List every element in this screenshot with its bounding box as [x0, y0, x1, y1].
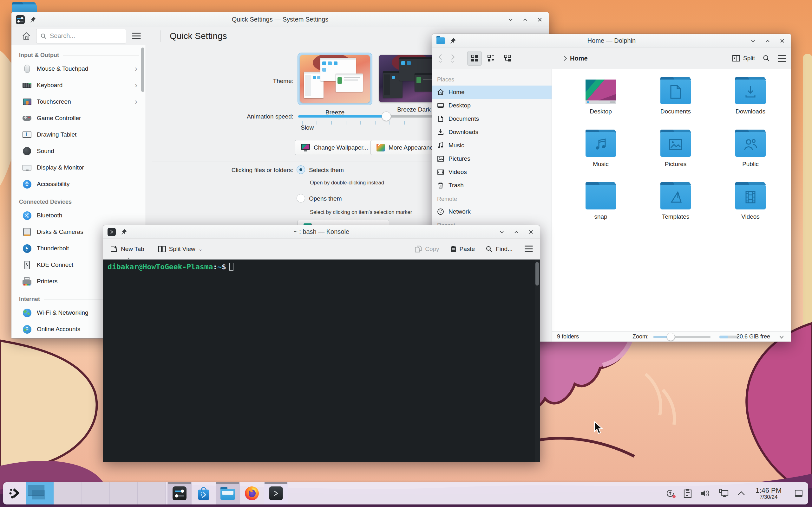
task-firefox[interactable]	[240, 482, 264, 504]
desktop-2-cell[interactable]	[54, 482, 82, 504]
selects-them-label[interactable]: Selects them	[309, 167, 344, 174]
change-wallpaper-button[interactable]: Change Wallpaper...	[295, 140, 374, 155]
desktop-5-cell[interactable]	[138, 482, 165, 504]
zoom-slider-handle[interactable]	[667, 333, 675, 341]
tree-view-button[interactable]	[500, 51, 515, 66]
places-item-documents[interactable]: Documents	[432, 112, 552, 125]
places-item-videos[interactable]: Videos	[432, 165, 552, 179]
task-dolphin[interactable]	[216, 482, 240, 504]
folder-item-desktop[interactable]: Desktop	[563, 77, 638, 130]
desktop-3-cell[interactable]	[82, 482, 110, 504]
places-item-music[interactable]: Music	[432, 139, 552, 152]
search-input[interactable]: Search...	[36, 29, 126, 43]
forward-button[interactable]	[449, 54, 456, 63]
places-item-trash[interactable]: Trash	[432, 179, 552, 192]
places-item-pictures[interactable]: Pictures	[432, 152, 552, 165]
volume-icon[interactable]	[700, 489, 711, 498]
hamburger-menu-button[interactable]	[778, 55, 786, 62]
task-konsole[interactable]	[264, 482, 288, 504]
new-tab-button[interactable]: New Tab ⌄	[110, 245, 144, 252]
updates-icon[interactable]	[665, 489, 675, 498]
sidebar-item-keyboard[interactable]: Keyboard›	[11, 77, 146, 94]
task-discover[interactable]	[192, 482, 216, 504]
folder-item-pictures[interactable]: Pictures	[638, 130, 713, 182]
app-launcher-button[interactable]	[9, 488, 20, 499]
system-settings-titlebar[interactable]: Quick Settings — System Settings	[11, 12, 549, 27]
search-icon	[486, 245, 493, 252]
folder-item-documents[interactable]: Documents	[638, 77, 713, 130]
display-icon	[22, 163, 32, 172]
sidebar-scrollbar[interactable]	[141, 48, 144, 92]
digital-clock[interactable]: 1:46 PM 7/30/24	[756, 487, 781, 500]
opens-them-label[interactable]: Opens them	[309, 195, 342, 202]
firefox-icon	[245, 487, 259, 500]
details-view-button[interactable]	[484, 51, 498, 66]
places-item-network[interactable]: Network	[432, 205, 552, 218]
search-placeholder: Search...	[50, 32, 75, 40]
sidebar-item-touchscreen[interactable]: Touchscreen›	[11, 94, 146, 110]
sidebar-item-display-monitor[interactable]: Display & Monitor	[11, 159, 146, 176]
folder-item-downloads[interactable]: Downloads	[713, 77, 788, 130]
disk-icon	[22, 227, 32, 237]
tray-expand-icon[interactable]	[737, 491, 745, 496]
hamburger-menu-button[interactable]	[525, 245, 533, 252]
back-button[interactable]	[437, 54, 444, 63]
theme-option-breeze[interactable]: Breeze	[298, 53, 372, 116]
sidebar-item-accessibility[interactable]: Accessibility	[11, 176, 146, 192]
paste-button[interactable]: Paste	[450, 245, 475, 252]
drawing-tablet-icon	[22, 130, 32, 139]
clipboard-icon[interactable]	[683, 489, 692, 498]
places-item-desktop[interactable]: Desktop	[432, 99, 552, 112]
desktop-4-cell[interactable]	[110, 482, 138, 504]
folder-icon	[735, 79, 766, 104]
opens-them-radio[interactable]	[297, 194, 305, 203]
desktop-1-cell[interactable]	[26, 482, 54, 504]
show-desktop-button[interactable]	[795, 490, 803, 497]
icons-view-button[interactable]	[467, 51, 482, 66]
places-item-downloads[interactable]: Downloads	[432, 125, 552, 139]
animation-slider-handle[interactable]	[382, 112, 391, 121]
new-tab-icon	[110, 245, 118, 252]
split-view-button[interactable]: Split View ⌄	[158, 245, 203, 252]
breadcrumb[interactable]: Home	[563, 55, 588, 62]
split-button[interactable]: Split	[732, 55, 755, 62]
terminal-scrollbar[interactable]	[535, 260, 540, 462]
keyboard-icon	[22, 80, 32, 90]
chevron-down-icon[interactable]	[779, 335, 784, 339]
folder-item-public[interactable]: Public	[713, 130, 788, 182]
home-button[interactable]	[21, 32, 31, 41]
sidebar-item-sound[interactable]: Sound	[11, 143, 146, 159]
konsole-titlebar[interactable]: ~ : bash — Konsole	[103, 225, 540, 239]
terminal[interactable]: dibakar@HowToGeek-Plasma:~$	[103, 260, 540, 462]
hamburger-menu-button[interactable]	[132, 33, 141, 39]
phone-icon	[22, 260, 32, 270]
folder-item-videos[interactable]: Videos	[713, 182, 788, 235]
dolphin-titlebar[interactable]: Home — Dolphin	[432, 34, 791, 48]
sidebar-item-game-controller[interactable]: Game Controller	[11, 110, 146, 126]
split-view-icon	[158, 246, 166, 252]
folder-item-snap[interactable]: snap	[563, 182, 638, 235]
free-space-bar	[719, 336, 738, 338]
selects-them-radio[interactable]	[297, 165, 305, 174]
folder-item-music[interactable]: Music	[563, 130, 638, 182]
mouse-cursor	[594, 421, 605, 435]
discover-icon	[197, 487, 210, 500]
virtual-desktop-pager[interactable]	[26, 482, 165, 504]
window-title: Home — Dolphin	[432, 37, 791, 44]
folder-view[interactable]: Desktop Documents Downloads	[552, 69, 791, 331]
sidebar-item-drawing-tablet[interactable]: Drawing Tablet	[11, 126, 146, 143]
sidebar-item-mouse-touchpad[interactable]: Mouse & Touchpad›	[11, 60, 146, 77]
dolphin-statusbar: 9 folders Zoom: 20.6 GiB free	[552, 331, 791, 342]
theme-label: Theme:	[186, 78, 293, 84]
places-item-home[interactable]: Home	[432, 86, 552, 99]
sidebar-item-bluetooth[interactable]: Bluetooth	[11, 207, 146, 224]
wallpaper-icon	[301, 144, 310, 152]
task-system-settings[interactable]	[167, 482, 192, 504]
desktop-icon	[437, 102, 444, 109]
network-icon[interactable]	[719, 489, 729, 498]
search-icon[interactable]	[763, 55, 770, 62]
folder-item-templates[interactable]: Templates	[638, 182, 713, 235]
bluetooth-icon	[22, 211, 32, 220]
find-button[interactable]: Find...	[486, 245, 513, 252]
copy-button[interactable]: Copy	[415, 245, 439, 252]
